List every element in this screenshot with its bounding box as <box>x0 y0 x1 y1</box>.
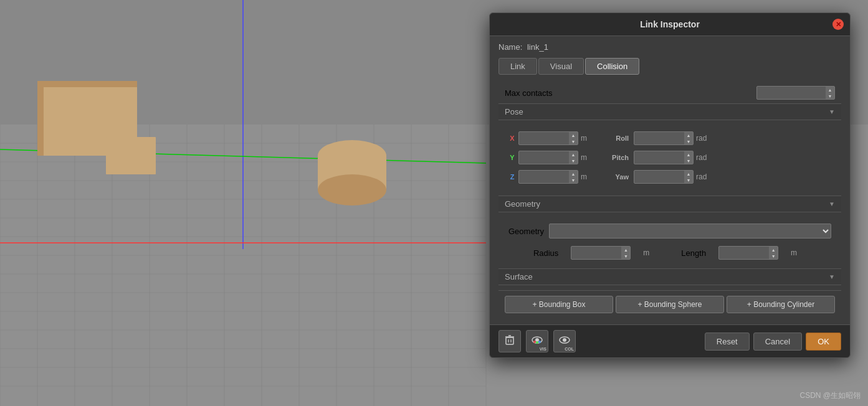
pitch-spinbox[interactable]: 0.000000 ▲ ▼ <box>634 151 694 164</box>
yaw-up[interactable]: ▲ <box>684 171 693 177</box>
tab-visual[interactable]: Visual <box>538 58 584 75</box>
y-down[interactable]: ▼ <box>569 158 578 164</box>
yaw-label: Yaw <box>609 173 631 181</box>
pitch-down[interactable]: ▼ <box>684 158 693 164</box>
surface-section-label: Surface <box>505 272 533 281</box>
col-eye-icon <box>558 336 571 347</box>
pose-roll-row: Roll 0.000000 ▲ ▼ rad <box>609 131 712 145</box>
svg-point-48 <box>533 341 536 343</box>
yaw-input[interactable]: 0.000000 <box>634 172 684 181</box>
radius-spinbox[interactable]: 0.300000 ▲ ▼ <box>571 246 631 260</box>
geometry-chevron-icon: ▼ <box>829 201 835 207</box>
pose-inputs: X 0.000000 ▲ ▼ m Y 0.0000 <box>502 128 837 191</box>
svg-rect-41 <box>506 338 513 344</box>
x-axis-label: X <box>508 135 516 142</box>
z-axis-label: Z <box>508 173 516 181</box>
close-button[interactable]: ✕ <box>832 19 844 30</box>
max-contacts-up[interactable]: ▲ <box>826 87 834 93</box>
roll-label: Roll <box>609 135 631 142</box>
pose-pitch-row: Pitch 0.000000 ▲ ▼ rad <box>609 151 712 164</box>
yaw-spinbox[interactable]: 0.000000 ▲ ▼ <box>634 170 694 184</box>
y-spinbox[interactable]: 0.000000 ▲ ▼ <box>518 151 578 164</box>
geometry-section-header[interactable]: Geometry ▼ <box>498 196 841 212</box>
bounding-cylinder-button[interactable]: + Bounding Cylinder <box>727 296 835 313</box>
link-inspector-dialog: Link Inspector ✕ Name: link_1 Link Visua… <box>489 12 851 358</box>
geometry-select[interactable] <box>549 224 831 238</box>
reset-button[interactable]: Reset <box>705 333 750 351</box>
z-spinbox[interactable]: 0.000000 ▲ ▼ <box>518 170 578 184</box>
bounding-box-button[interactable]: + Bounding Box <box>505 296 613 313</box>
z-up[interactable]: ▲ <box>569 171 578 177</box>
pose-section-header[interactable]: Pose ▼ <box>498 103 841 120</box>
watermark: CSDN @生如昭翎 <box>799 390 861 401</box>
roll-unit: rad <box>696 134 712 143</box>
delete-button[interactable] <box>498 330 521 352</box>
max-contacts-spin-buttons: ▲ ▼ <box>826 87 834 99</box>
pose-chevron-icon: ▼ <box>829 108 835 115</box>
ok-button[interactable]: OK <box>806 333 841 351</box>
pitch-label: Pitch <box>609 154 631 161</box>
geometry-section-label: Geometry <box>505 199 540 209</box>
length-up[interactable]: ▲ <box>769 247 778 253</box>
roll-up[interactable]: ▲ <box>684 132 693 138</box>
roll-spinbox[interactable]: 0.000000 ▲ ▼ <box>634 131 694 145</box>
vis-toggle-button[interactable]: VIS <box>526 330 548 352</box>
delete-icon <box>503 334 516 349</box>
footer-actions: Reset Cancel OK <box>705 333 841 351</box>
pose-z-row: Z 0.000000 ▲ ▼ m <box>508 170 596 184</box>
dialog-content: Name: link_1 Link Visual Collision Max c… <box>490 36 850 324</box>
radius-down[interactable]: ▼ <box>621 253 630 259</box>
geometry-select-row: Geometry <box>502 220 837 242</box>
svg-point-40 <box>318 174 386 205</box>
roll-down[interactable]: ▼ <box>684 138 693 144</box>
svg-point-52 <box>563 338 566 342</box>
length-label: Length <box>681 248 706 258</box>
pose-y-row: Y 0.000000 ▲ ▼ m <box>508 151 596 164</box>
y-up[interactable]: ▲ <box>569 151 578 158</box>
x-input[interactable]: 0.000000 <box>519 134 569 143</box>
surface-section-header[interactable]: Surface ▼ <box>498 268 841 285</box>
tab-collision[interactable]: Collision <box>585 58 639 75</box>
geometry-form: Geometry Radius 0.300000 ▲ ▼ m Length 0. <box>498 215 841 268</box>
y-axis-label: Y <box>508 154 516 161</box>
max-contacts-down[interactable]: ▼ <box>826 93 834 99</box>
z-unit: m <box>581 172 596 181</box>
max-contacts-spinbox[interactable]: 10.00000000 ▲ ▼ <box>756 86 835 100</box>
max-contacts-row: Max contacts 10.00000000 ▲ ▼ <box>498 82 841 103</box>
yaw-unit: rad <box>696 172 712 181</box>
length-spinbox[interactable]: 0.250000 ▲ ▼ <box>718 246 778 260</box>
surface-chevron-icon: ▼ <box>829 273 835 280</box>
length-input[interactable]: 0.250000 <box>719 248 769 257</box>
vis-badge-label: VIS <box>540 347 546 351</box>
x-unit: m <box>581 134 596 143</box>
y-input[interactable]: 0.000000 <box>519 153 569 162</box>
cancel-button[interactable]: Cancel <box>753 333 802 351</box>
geometry-label: Geometry <box>508 227 544 236</box>
pose-xyz-col: X 0.000000 ▲ ▼ m Y 0.0000 <box>508 131 596 187</box>
radius-up[interactable]: ▲ <box>621 247 630 253</box>
tab-bar: Link Visual Collision <box>498 58 841 75</box>
x-down[interactable]: ▼ <box>569 138 578 144</box>
radius-input[interactable]: 0.300000 <box>571 248 621 257</box>
tab-link[interactable]: Link <box>498 58 537 75</box>
length-unit: m <box>791 248 806 257</box>
pitch-up[interactable]: ▲ <box>684 151 693 158</box>
dialog-title: Link Inspector <box>640 19 700 29</box>
x-spinbox[interactable]: 0.000000 ▲ ▼ <box>518 131 578 145</box>
max-contacts-input[interactable]: 10.00000000 <box>757 88 826 97</box>
col-toggle-button[interactable]: COL <box>553 330 576 352</box>
z-input[interactable]: 0.000000 <box>519 172 569 181</box>
x-up[interactable]: ▲ <box>569 132 578 138</box>
bounding-sphere-button[interactable]: + Bounding Sphere <box>616 296 724 313</box>
pose-form: X 0.000000 ▲ ▼ m Y 0.0000 <box>498 123 841 196</box>
surface-section: Surface ▼ <box>498 268 841 285</box>
dimensions-row: Radius 0.300000 ▲ ▼ m Length 0.250000 ▲ … <box>502 242 837 263</box>
roll-input[interactable]: 0.000000 <box>634 134 684 143</box>
z-down[interactable]: ▼ <box>569 177 578 183</box>
pose-yaw-row: Yaw 0.000000 ▲ ▼ rad <box>609 170 712 184</box>
max-contacts-label: Max contacts <box>505 88 553 98</box>
length-down[interactable]: ▼ <box>769 253 778 259</box>
yaw-down[interactable]: ▼ <box>684 177 693 183</box>
col-badge-label: COL <box>565 347 574 351</box>
pitch-input[interactable]: 0.000000 <box>634 153 684 162</box>
